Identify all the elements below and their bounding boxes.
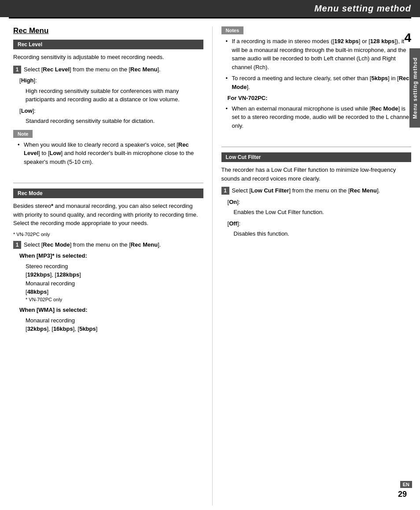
divider1: [13, 183, 203, 183]
low-desc: Standard recording sensitivity suitable …: [26, 117, 203, 126]
for-vn-bullet: When an external monaural microphone is …: [226, 104, 412, 130]
rec-menu-title: Rec Menu: [13, 26, 203, 35]
low-cut-filter-bar: Low Cut Filter: [221, 152, 412, 162]
rec-mode-step1: 1 Select [Rec Mode] from the menu on the…: [13, 240, 203, 249]
notes-bullet2: To record a meeting and lecture clearly,…: [226, 74, 412, 91]
mp3-heading-bold: When [MP3]* is selected:: [19, 252, 87, 259]
mp3-heading: When [MP3]* is selected:: [19, 251, 203, 260]
mp3-footnote: * VN-702PC only: [26, 296, 203, 303]
wma-heading-bold: When [WMA] is selected:: [19, 307, 88, 313]
off-desc: Disables this function.: [234, 229, 412, 238]
en-badge: EN: [400, 481, 412, 488]
rec-mode-footnote: * VN-702PC only: [13, 231, 203, 238]
low-cut-filter-step1: 1 Select [Low Cut Filter] from the menu …: [221, 186, 412, 195]
rec-level-bar: Rec Level: [13, 40, 203, 49]
right-column: Notes If a recording is made in stereo m…: [213, 26, 420, 506]
rec-mode-bar: Rec Mode: [13, 188, 203, 198]
wma-mono-opts: [32kbps], [16kbps], [5kbps]: [26, 325, 203, 333]
notes-bullet1: If a recording is made in stereo modes (…: [226, 37, 412, 71]
rec-level-step1-text: Select [Rec Level] from the menu on the …: [24, 65, 203, 74]
left-column: Rec Menu Rec Level Recording sensitivity…: [0, 26, 213, 506]
for-vn-heading: For VN-702PC:: [228, 94, 412, 103]
on-desc: Enables the Low Cut Filter function.: [234, 208, 412, 217]
notes-bar: Notes: [221, 26, 244, 34]
on-label: [On]:: [228, 198, 412, 207]
mp3-mono-opts: [48kbps]: [26, 288, 203, 296]
header-title: Menu setting method: [314, 4, 411, 13]
note-bar: Note: [13, 130, 33, 138]
wma-heading: When [WMA] is selected:: [19, 306, 203, 314]
spacer4: [13, 173, 203, 177]
rec-mode-intro: Besides stereo* and monaural recording, …: [13, 202, 203, 228]
low-cut-filter-step1-text: Select [Low Cut Filter] from the menu on…: [232, 186, 412, 195]
step-num-2: 1: [13, 241, 21, 249]
high-desc: High recording sensitivity suitable for …: [26, 87, 203, 104]
rec-mode-step1-text: Select [Rec Mode] from the menu on the […: [24, 240, 203, 249]
spacer3: [13, 169, 203, 173]
note-bullet1: When you would like to clearly record a …: [18, 140, 203, 166]
mp3-stereo-opts: [192kbps], [128kbps]: [26, 270, 203, 279]
rec-level-intro: Recording sensitivity is adjustable to m…: [13, 53, 203, 62]
step-num-1: 1: [13, 66, 21, 74]
spacer8: [221, 137, 412, 141]
high-label: [High]:: [19, 76, 203, 85]
mp3-stereo: Stereo recording: [26, 262, 203, 271]
spacer7: [221, 133, 412, 137]
divider2: [221, 147, 412, 147]
rec-level-step1: 1 Select [Rec Level] from the menu on th…: [13, 65, 203, 74]
chapter-number: 4: [404, 31, 411, 45]
rec-menu-bold: Rec Menu: [130, 66, 157, 73]
mp3-mono: Monaural recording: [26, 279, 203, 288]
low-label: [Low]:: [19, 107, 203, 115]
page-number: 29: [398, 490, 407, 499]
wma-mono: Monaural recording: [26, 316, 203, 325]
main-content: Rec Menu Rec Level Recording sensitivity…: [0, 18, 420, 506]
step-num-3: 1: [221, 187, 229, 195]
side-tab: Menu setting method: [409, 48, 420, 128]
spacer2: [13, 126, 203, 130]
page-header: Menu setting method: [0, 0, 420, 17]
off-label: [Off]:: [228, 219, 412, 228]
low-cut-filter-intro: The recorder has a Low Cut Filter functi…: [221, 166, 412, 183]
rec-level-bold: Rec Level: [43, 66, 70, 73]
for-vn-bold: For VN-702PC:: [228, 95, 268, 101]
